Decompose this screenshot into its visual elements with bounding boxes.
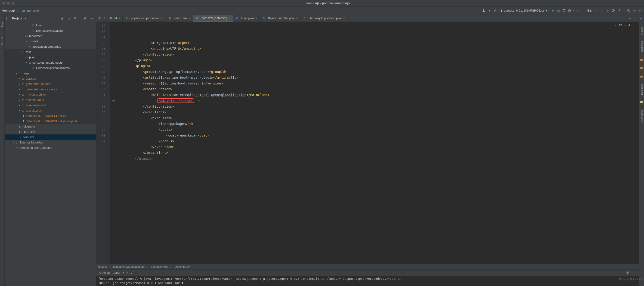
close-window[interactable] (2, 2, 5, 5)
tree-row[interactable]: 🗀maven-archiver (5, 92, 96, 97)
run-play-icon[interactable] (551, 8, 555, 13)
gear-icon[interactable] (632, 8, 636, 13)
editor-code[interactable]: ⚠17 ✔4 ⌃⌄ <target>1.8</target> <encoding… (110, 22, 639, 264)
tab-close-icon[interactable]: × (161, 16, 163, 20)
stop-icon[interactable]: ■ (576, 8, 580, 13)
tree-row[interactable]: CDemosqlApplication (5, 28, 96, 33)
editor-tab[interactable]: ⚙application.properties× (122, 15, 166, 22)
debug-bug-icon[interactable] (556, 8, 560, 13)
editor-tab[interactable]: CBasicController.java× (260, 15, 300, 22)
tree-row[interactable]: 🗀java (5, 54, 96, 60)
tree-caret-icon[interactable] (18, 77, 21, 80)
breadcrumb-item[interactable]: project (98, 265, 107, 268)
expand-all-icon[interactable]: ⇲ (66, 16, 71, 20)
tree-caret-icon[interactable] (21, 35, 24, 37)
project-view-icon[interactable] (6, 17, 10, 20)
tab-close-icon[interactable]: × (343, 16, 345, 20)
tree-caret-icon[interactable] (18, 82, 21, 85)
tree-row[interactable]: ◧.gitignore (5, 124, 96, 129)
git-update-icon[interactable]: ✓ (594, 8, 599, 13)
breadcrumb-item[interactable]: dependency (175, 265, 190, 268)
profiler-icon[interactable] (568, 8, 572, 13)
breadcrumb-item[interactable]: dependencies (151, 265, 168, 268)
tree-row[interactable]: ✄Scratches and Consoles (5, 145, 96, 150)
tree-caret-icon[interactable] (18, 109, 21, 112)
project-title[interactable]: Project (12, 17, 22, 20)
tree-caret-icon[interactable] (24, 61, 28, 64)
run-anything-icon[interactable] (638, 8, 642, 13)
code-line[interactable]: </configuration> (112, 52, 637, 58)
kebab-menu-icon[interactable]: ⋮ (634, 16, 636, 20)
code-line[interactable]: <execution> (112, 115, 637, 121)
code-line[interactable]: </nlunin> (112, 156, 637, 162)
tree-caret-icon[interactable] (18, 98, 21, 101)
minimize-window[interactable] (7, 2, 10, 5)
search-icon[interactable] (626, 8, 630, 13)
editor-tab[interactable]: mpom.xml (demosql)× (193, 15, 233, 22)
chevron-down-icon[interactable]: ▾ (488, 8, 492, 13)
code-line[interactable]: </plugin> (112, 58, 637, 63)
hammer-build-icon[interactable] (493, 8, 497, 13)
terminal-new-tab-icon[interactable]: + (126, 271, 128, 274)
collapse-all-icon[interactable]: ⇱ (73, 16, 77, 20)
code-line[interactable]: </execution> (112, 144, 637, 150)
tree-caret-icon[interactable] (15, 72, 18, 74)
left-tab-commit[interactable]: Commit (1, 36, 4, 45)
code-line[interactable]: <configuration> (112, 86, 637, 92)
inspection-summary[interactable]: ⚠17 ✔4 ⌃⌄ (614, 22, 636, 29)
breadcrumb-root[interactable]: demosql (2, 9, 14, 12)
tab-close-icon[interactable]: × (118, 16, 120, 20)
tree-row[interactable]: 🗀test-classes (5, 108, 96, 113)
git-rollback-icon[interactable]: ↺ (617, 8, 621, 13)
tree-row[interactable]: 🗀com.example.demosql (5, 60, 96, 65)
git-commit-icon[interactable]: ✓ (600, 8, 604, 13)
code-line[interactable]: </goals> (112, 138, 637, 144)
tree-row[interactable]: 🗀surefire-reports (5, 102, 96, 108)
gear-icon[interactable]: ⚙ (626, 271, 630, 275)
tree-caret-icon[interactable] (21, 56, 24, 58)
chevron-down-icon[interactable]: ▾ (573, 9, 574, 12)
right-tab-maven[interactable]: Maven (640, 27, 643, 35)
code-line[interactable]: <encoding>UTF-8</encoding> (112, 46, 637, 52)
code-line[interactable]: <mainClass>com.example.demosql.DemosqlAp… (112, 92, 637, 98)
hide-icon[interactable]: — (90, 16, 94, 20)
tree-row[interactable]: 🗀target (5, 70, 96, 76)
chevron-down-icon[interactable]: ⌄ (130, 271, 133, 274)
breadcrumb-item[interactable]: dependencyManagement (113, 265, 144, 268)
tree-row[interactable]: ◧HELP.md (5, 129, 96, 134)
tab-close-icon[interactable]: × (255, 16, 257, 20)
terminal-tab-close-icon[interactable]: × (122, 271, 124, 274)
editor-tab[interactable]: ◧HELP.md× (96, 15, 122, 22)
tree-caret-icon[interactable] (18, 51, 21, 53)
tree-row[interactable]: mpom.xml (5, 134, 96, 140)
tree-row[interactable]: 🗀test (5, 49, 96, 54)
chevron-up-down-icon[interactable]: ⌃⌄ (632, 23, 636, 28)
locate-icon[interactable]: ⊕ (60, 16, 64, 20)
user-add-icon[interactable] (482, 8, 486, 13)
tree-caret-icon[interactable] (18, 88, 21, 90)
hide-icon[interactable]: — (632, 271, 636, 275)
tree-row[interactable]: 🗀static (5, 39, 96, 44)
tree-row[interactable]: CUser (5, 23, 96, 28)
code-line[interactable]: <goals> (112, 127, 637, 132)
tree-row[interactable]: CDemosqlApplicationTests (5, 65, 96, 70)
chevron-down-icon[interactable]: ⌄ (629, 16, 631, 20)
editor-tab[interactable]: CUser.java× (233, 15, 260, 22)
fold-strip[interactable] (107, 22, 110, 264)
code-line[interactable]: <executions> (112, 110, 637, 115)
terminal-tab-local[interactable]: Local (113, 271, 120, 274)
git-push-icon[interactable] (606, 8, 610, 13)
tree-row[interactable]: ▮demosql-0.0.1-SNAPSHOT.jar.original (5, 118, 96, 124)
breadcrumb-file[interactable]: pom.xml (27, 9, 39, 12)
tree-caret-icon[interactable] (18, 104, 21, 106)
git-history-icon[interactable] (611, 8, 615, 13)
tree-row[interactable]: 🗀resources (5, 33, 96, 39)
tree-row[interactable]: 🗀classes (5, 76, 96, 81)
editor-breadcrumbs[interactable]: project〉dependencyManagement〉dependencie… (96, 264, 639, 269)
tab-close-icon[interactable]: × (296, 16, 298, 20)
right-tab-database[interactable]: Database (640, 84, 643, 95)
code-line[interactable]: <id>repackage</id> (112, 121, 637, 127)
tree-row[interactable]: 🗀generated-test-sources (5, 86, 96, 92)
tree-caret-icon[interactable] (12, 141, 15, 144)
left-tab-project[interactable]: Project (1, 20, 4, 27)
